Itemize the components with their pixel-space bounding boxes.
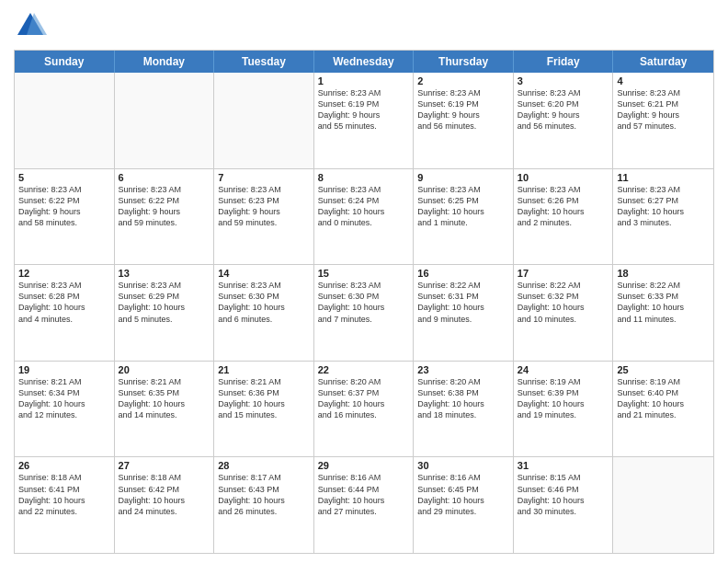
day-cell-26: 26Sunrise: 8:18 AM Sunset: 6:41 PM Dayli… <box>15 457 115 553</box>
day-number: 15 <box>318 268 410 279</box>
day-number: 5 <box>18 172 110 183</box>
day-cell-16: 16Sunrise: 8:22 AM Sunset: 6:31 PM Dayli… <box>414 265 514 361</box>
day-number: 27 <box>119 460 210 471</box>
day-cell-12: 12Sunrise: 8:23 AM Sunset: 6:28 PM Dayli… <box>15 265 115 361</box>
day-info: Sunrise: 8:23 AM Sunset: 6:26 PM Dayligh… <box>518 184 609 229</box>
day-info: Sunrise: 8:17 AM Sunset: 6:43 PM Dayligh… <box>218 472 310 517</box>
day-cell-27: 27Sunrise: 8:18 AM Sunset: 6:42 PM Dayli… <box>115 457 215 553</box>
day-number: 31 <box>518 460 609 471</box>
day-number: 7 <box>218 172 310 183</box>
day-cell-31: 31Sunrise: 8:15 AM Sunset: 6:46 PM Dayli… <box>514 457 614 553</box>
day-number: 11 <box>617 172 710 183</box>
day-number: 2 <box>417 75 509 86</box>
day-cell-23: 23Sunrise: 8:20 AM Sunset: 6:38 PM Dayli… <box>414 362 514 457</box>
day-cell-empty-0-1 <box>115 73 215 168</box>
calendar-row-0: 1Sunrise: 8:23 AM Sunset: 6:19 PM Daylig… <box>15 73 713 169</box>
day-number: 25 <box>617 364 710 375</box>
day-info: Sunrise: 8:23 AM Sunset: 6:19 PM Dayligh… <box>318 87 410 132</box>
day-info: Sunrise: 8:15 AM Sunset: 6:46 PM Dayligh… <box>518 472 609 517</box>
day-cell-6: 6Sunrise: 8:23 AM Sunset: 6:22 PM Daylig… <box>115 169 215 265</box>
page: SundayMondayTuesdayWednesdayThursdayFrid… <box>0 0 728 563</box>
day-number: 4 <box>617 75 710 86</box>
day-info: Sunrise: 8:22 AM Sunset: 6:33 PM Dayligh… <box>617 280 710 325</box>
day-cell-11: 11Sunrise: 8:23 AM Sunset: 6:27 PM Dayli… <box>613 169 713 265</box>
day-cell-18: 18Sunrise: 8:22 AM Sunset: 6:33 PM Dayli… <box>613 265 713 361</box>
day-number: 21 <box>218 364 310 375</box>
day-number: 20 <box>119 364 210 375</box>
day-cell-8: 8Sunrise: 8:23 AM Sunset: 6:24 PM Daylig… <box>314 169 415 265</box>
day-info: Sunrise: 8:20 AM Sunset: 6:38 PM Dayligh… <box>417 376 509 421</box>
day-info: Sunrise: 8:20 AM Sunset: 6:37 PM Dayligh… <box>318 376 410 421</box>
calendar-row-3: 19Sunrise: 8:21 AM Sunset: 6:34 PM Dayli… <box>15 362 713 458</box>
day-number: 18 <box>617 268 710 279</box>
day-number: 3 <box>518 75 609 86</box>
day-number: 22 <box>318 364 410 375</box>
day-number: 19 <box>18 364 110 375</box>
day-number: 23 <box>417 364 509 375</box>
day-cell-1: 1Sunrise: 8:23 AM Sunset: 6:19 PM Daylig… <box>314 73 415 168</box>
day-info: Sunrise: 8:23 AM Sunset: 6:24 PM Dayligh… <box>318 184 410 229</box>
day-info: Sunrise: 8:23 AM Sunset: 6:20 PM Dayligh… <box>518 87 609 132</box>
day-info: Sunrise: 8:23 AM Sunset: 6:30 PM Dayligh… <box>318 280 410 325</box>
header <box>14 9 714 42</box>
day-info: Sunrise: 8:21 AM Sunset: 6:35 PM Dayligh… <box>119 376 210 421</box>
day-info: Sunrise: 8:21 AM Sunset: 6:34 PM Dayligh… <box>18 376 110 421</box>
day-info: Sunrise: 8:23 AM Sunset: 6:28 PM Dayligh… <box>18 280 110 325</box>
header-cell-tuesday: Tuesday <box>214 51 314 73</box>
calendar-header-row: SundayMondayTuesdayWednesdayThursdayFrid… <box>15 51 713 73</box>
day-number: 6 <box>119 172 210 183</box>
calendar-body: 1Sunrise: 8:23 AM Sunset: 6:19 PM Daylig… <box>15 73 713 553</box>
day-info: Sunrise: 8:23 AM Sunset: 6:30 PM Dayligh… <box>218 280 310 325</box>
day-info: Sunrise: 8:23 AM Sunset: 6:21 PM Dayligh… <box>617 87 710 132</box>
day-cell-4: 4Sunrise: 8:23 AM Sunset: 6:21 PM Daylig… <box>613 73 713 168</box>
day-number: 13 <box>119 268 210 279</box>
calendar-row-1: 5Sunrise: 8:23 AM Sunset: 6:22 PM Daylig… <box>15 169 713 266</box>
day-number: 30 <box>417 460 509 471</box>
day-cell-13: 13Sunrise: 8:23 AM Sunset: 6:29 PM Dayli… <box>115 265 215 361</box>
day-number: 8 <box>318 172 410 183</box>
day-cell-10: 10Sunrise: 8:23 AM Sunset: 6:26 PM Dayli… <box>514 169 614 265</box>
day-info: Sunrise: 8:22 AM Sunset: 6:32 PM Dayligh… <box>518 280 609 325</box>
day-number: 9 <box>417 172 509 183</box>
day-number: 10 <box>518 172 609 183</box>
day-info: Sunrise: 8:22 AM Sunset: 6:31 PM Dayligh… <box>417 280 509 325</box>
day-number: 28 <box>218 460 310 471</box>
day-number: 17 <box>518 268 609 279</box>
day-info: Sunrise: 8:16 AM Sunset: 6:45 PM Dayligh… <box>417 472 509 517</box>
day-cell-20: 20Sunrise: 8:21 AM Sunset: 6:35 PM Dayli… <box>115 362 215 457</box>
day-number: 1 <box>318 75 410 86</box>
day-cell-2: 2Sunrise: 8:23 AM Sunset: 6:19 PM Daylig… <box>414 73 514 168</box>
day-cell-21: 21Sunrise: 8:21 AM Sunset: 6:36 PM Dayli… <box>214 362 314 457</box>
day-info: Sunrise: 8:23 AM Sunset: 6:27 PM Dayligh… <box>617 184 710 229</box>
day-cell-30: 30Sunrise: 8:16 AM Sunset: 6:45 PM Dayli… <box>414 457 514 553</box>
day-cell-empty-0-0 <box>15 73 115 168</box>
logo-icon <box>14 9 47 42</box>
logo <box>14 9 47 42</box>
day-cell-24: 24Sunrise: 8:19 AM Sunset: 6:39 PM Dayli… <box>514 362 614 457</box>
day-info: Sunrise: 8:16 AM Sunset: 6:44 PM Dayligh… <box>318 472 410 517</box>
header-cell-thursday: Thursday <box>414 51 514 73</box>
day-cell-15: 15Sunrise: 8:23 AM Sunset: 6:30 PM Dayli… <box>314 265 415 361</box>
day-info: Sunrise: 8:23 AM Sunset: 6:19 PM Dayligh… <box>417 87 509 132</box>
header-cell-friday: Friday <box>514 51 614 73</box>
header-cell-monday: Monday <box>115 51 215 73</box>
day-info: Sunrise: 8:18 AM Sunset: 6:41 PM Dayligh… <box>18 472 110 517</box>
day-info: Sunrise: 8:23 AM Sunset: 6:23 PM Dayligh… <box>218 184 310 229</box>
header-cell-saturday: Saturday <box>613 51 713 73</box>
day-info: Sunrise: 8:19 AM Sunset: 6:40 PM Dayligh… <box>617 376 710 421</box>
day-number: 16 <box>417 268 509 279</box>
day-number: 29 <box>318 460 410 471</box>
calendar-row-2: 12Sunrise: 8:23 AM Sunset: 6:28 PM Dayli… <box>15 265 713 362</box>
day-info: Sunrise: 8:23 AM Sunset: 6:22 PM Dayligh… <box>119 184 210 229</box>
day-info: Sunrise: 8:18 AM Sunset: 6:42 PM Dayligh… <box>119 472 210 517</box>
day-cell-17: 17Sunrise: 8:22 AM Sunset: 6:32 PM Dayli… <box>514 265 614 361</box>
day-number: 12 <box>18 268 110 279</box>
day-cell-19: 19Sunrise: 8:21 AM Sunset: 6:34 PM Dayli… <box>15 362 115 457</box>
day-cell-9: 9Sunrise: 8:23 AM Sunset: 6:25 PM Daylig… <box>414 169 514 265</box>
header-cell-wednesday: Wednesday <box>314 51 415 73</box>
day-number: 14 <box>218 268 310 279</box>
day-number: 24 <box>518 364 609 375</box>
day-number: 26 <box>18 460 110 471</box>
day-info: Sunrise: 8:21 AM Sunset: 6:36 PM Dayligh… <box>218 376 310 421</box>
calendar: SundayMondayTuesdayWednesdayThursdayFrid… <box>14 50 714 554</box>
